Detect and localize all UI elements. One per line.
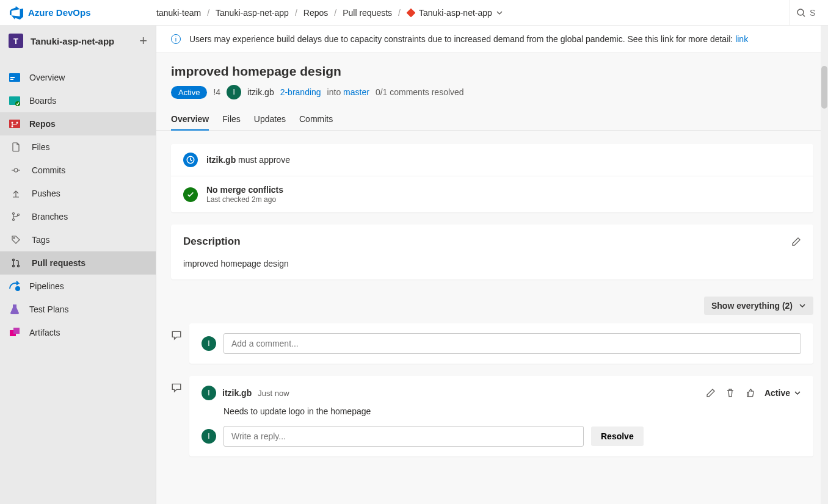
info-icon: i [171, 34, 181, 44]
repos-icon [9, 118, 21, 130]
scrollbar-thumb[interactable] [821, 66, 827, 109]
sidebar-item-pipelines[interactable]: Pipelines [0, 275, 156, 298]
comment-thread: I itzik.gb Just now Active [171, 376, 813, 456]
svg-rect-21 [13, 328, 20, 334]
comment-time: Just now [258, 389, 289, 398]
sidebar: T Tanuki-asp-net-app + Overview Boards R… [0, 26, 156, 504]
pr-meta: Active !4 I itzik.gb 2-branding into mas… [171, 85, 813, 99]
tab-updates[interactable]: Updates [254, 109, 286, 130]
tab-overview[interactable]: Overview [171, 109, 209, 130]
search-input[interactable] [810, 8, 822, 18]
sidebar-item-boards[interactable]: Boards [0, 89, 156, 112]
filter-dropdown[interactable]: Show everything (2) [704, 297, 813, 315]
reply-input[interactable] [223, 426, 584, 447]
alert-link[interactable]: link [735, 34, 748, 44]
comment-thread-icon [171, 329, 182, 340]
reply-avatar: I [202, 429, 216, 444]
source-branch-link[interactable]: 2-branding [280, 87, 321, 97]
chevron-down-icon [799, 302, 806, 309]
edit-comment-icon[interactable] [706, 388, 716, 398]
comment-status-dropdown[interactable]: Active [764, 388, 801, 398]
comment-card: I itzik.gb Just now Active [189, 376, 813, 456]
branches-icon [10, 211, 22, 223]
search-top[interactable] [790, 0, 828, 25]
project-switcher[interactable]: T Tanuki-asp-net-app [9, 34, 114, 48]
sidebar-item-branches[interactable]: Branches [0, 205, 156, 228]
pr-title: improved homepage design [171, 64, 813, 79]
sidebar-item-overview[interactable]: Overview [0, 66, 156, 89]
logo-section[interactable]: Azure DevOps [0, 6, 156, 20]
svg-rect-0 [407, 9, 415, 17]
merge-status-title: No merge conflicts [206, 185, 283, 195]
add-comment-input[interactable] [223, 333, 801, 354]
breadcrumbs: tanuki-team / Tanuki-asp-net-app / Repos… [156, 8, 790, 18]
plus-icon[interactable]: + [139, 33, 147, 49]
svg-point-11 [14, 168, 18, 172]
like-comment-icon[interactable] [745, 388, 755, 398]
comments-resolved: 0/1 comments resolved [376, 87, 464, 97]
breadcrumb-project[interactable]: Tanuki-asp-net-app [216, 8, 289, 18]
pr-header: improved homepage design Active !4 I itz… [156, 53, 828, 99]
azure-devops-logo-icon [10, 6, 23, 20]
pr-author: itzik.gb [247, 87, 274, 97]
sidebar-item-test-plans[interactable]: Test Plans [0, 298, 156, 321]
comment-body: Needs to update logo in the homepage [223, 406, 801, 416]
status-row-merge: No merge conflicts Last checked 2m ago [171, 176, 813, 212]
breadcrumb-org[interactable]: tanuki-team [156, 8, 201, 18]
pr-tabs: Overview Files Updates Commits [156, 109, 828, 131]
add-comment-thread: I [171, 323, 813, 364]
checkmark-icon [183, 187, 198, 202]
boards-icon [9, 95, 21, 107]
approval-text: itzik.gb must approve [206, 155, 290, 165]
sidebar-item-artifacts[interactable]: Artifacts [0, 321, 156, 344]
description-card: Description improved homepage design [171, 225, 813, 279]
tab-files[interactable]: Files [222, 109, 241, 130]
repo-diamond-icon [407, 9, 415, 17]
status-card: itzik.gb must approve No merge conflicts… [171, 144, 813, 212]
scrollbar[interactable] [821, 26, 828, 504]
sidebar-item-pushes[interactable]: Pushes [0, 182, 156, 205]
into-text: into master [327, 87, 369, 97]
search-icon [796, 8, 806, 18]
svg-rect-3 [10, 77, 15, 78]
description-heading: Description [183, 236, 241, 248]
filter-row: Show everything (2) [171, 297, 813, 315]
target-branch-link[interactable]: master [343, 87, 369, 97]
top-bar: Azure DevOps tanuki-team / Tanuki-asp-ne… [0, 0, 828, 26]
breadcrumb-repos[interactable]: Repos [303, 8, 328, 18]
comment-author-avatar[interactable]: I [202, 386, 216, 400]
comment-actions: Active [706, 388, 801, 398]
project-badge: T [9, 34, 23, 48]
svg-point-19 [15, 286, 20, 291]
comment-author: itzik.gb [222, 388, 252, 398]
alert-banner: i Users may experience build delays due … [156, 26, 828, 53]
sidebar-item-pull-requests[interactable]: Pull requests [0, 251, 156, 275]
pr-id: !4 [213, 87, 220, 97]
resolve-button[interactable]: Resolve [591, 427, 644, 446]
merge-status-sub: Last checked 2m ago [206, 195, 283, 204]
test-plans-icon [9, 303, 21, 315]
sidebar-item-commits[interactable]: Commits [0, 159, 156, 182]
status-row-approval: itzik.gb must approve [171, 144, 813, 176]
sidebar-item-repos[interactable]: Repos [0, 112, 156, 135]
svg-point-1 [797, 9, 804, 15]
status-badge: Active [171, 86, 207, 99]
chevron-down-icon [794, 389, 801, 397]
breadcrumb-pullrequests[interactable]: Pull requests [343, 8, 392, 18]
svg-point-17 [13, 265, 15, 267]
alert-text: Users may experience build delays due to… [189, 34, 748, 44]
delete-comment-icon[interactable] [725, 388, 735, 398]
repo-selector[interactable]: Tanuki-asp-net-app [407, 8, 503, 18]
product-title: Azure DevOps [28, 7, 91, 18]
sidebar-item-files[interactable]: Files [0, 135, 156, 159]
artifacts-icon [9, 326, 21, 339]
edit-description-icon[interactable] [791, 237, 801, 247]
description-body: improved homepage design [183, 259, 801, 268]
author-avatar[interactable]: I [227, 85, 241, 99]
svg-point-16 [13, 259, 15, 261]
project-name: Tanuki-asp-net-app [31, 36, 114, 46]
tab-commits[interactable]: Commits [299, 109, 333, 130]
svg-point-18 [18, 265, 20, 267]
sidebar-item-tags[interactable]: Tags [0, 228, 156, 251]
overview-icon [9, 71, 21, 84]
